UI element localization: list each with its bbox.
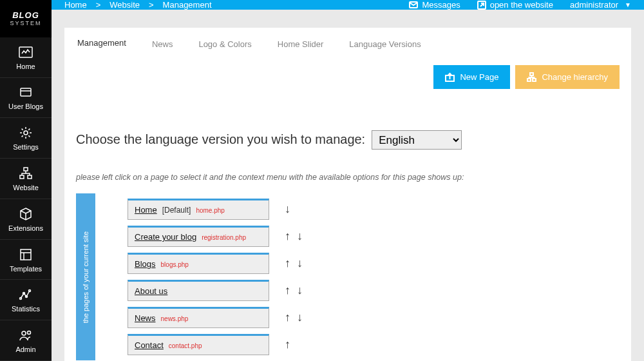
messages-label: Messages — [422, 0, 460, 10]
page-name: About us — [135, 286, 167, 296]
breadcrumb-sep: > — [149, 0, 154, 10]
new-page-button[interactable]: New Page — [433, 65, 510, 89]
move-up-arrow[interactable]: ↑ — [285, 338, 290, 351]
breadcrumb-sep: > — [96, 0, 101, 10]
move-down-arrow[interactable]: ↓ — [297, 311, 303, 324]
user-label: administrator — [570, 0, 618, 10]
panel: Management News Logo & Colors Home Slide… — [64, 28, 631, 361]
svg-rect-18 — [533, 79, 536, 81]
sidebar-label: User Blogs — [8, 102, 43, 110]
page-name: Home — [135, 205, 157, 215]
sidebar-item-website[interactable]: Website — [0, 159, 52, 199]
new-page-label: New Page — [460, 72, 498, 82]
page-name: Contact — [135, 340, 164, 350]
tabs: Management News Logo & Colors Home Slide… — [64, 28, 631, 59]
message-icon — [409, 1, 418, 10]
sidebar-label: Home — [16, 63, 35, 70]
language-select[interactable]: English — [372, 130, 462, 150]
external-link-icon — [477, 1, 486, 10]
move-up-arrow[interactable]: ↑ — [285, 229, 290, 243]
page-box[interactable]: Newsnews.php — [128, 307, 269, 328]
template-icon — [18, 247, 33, 262]
breadcrumb: Home > Website > Management — [64, 0, 212, 10]
page-row: Blogsblogs.php↑↓ — [128, 253, 303, 274]
svg-rect-4 — [20, 175, 24, 179]
page-arrows: ↑↓ — [285, 284, 303, 297]
user-menu[interactable]: administrator ▼ — [570, 0, 631, 10]
sidebar-label: Extensions — [8, 224, 43, 232]
logo: BLOG SYSTEM — [0, 0, 52, 37]
users-icon — [18, 327, 33, 343]
sidebar-item-userblogs[interactable]: User Blogs — [0, 78, 52, 119]
logo-line1: BLOG — [12, 10, 39, 20]
sitemap-icon — [18, 166, 33, 181]
breadcrumb-home[interactable]: Home — [64, 0, 87, 10]
page-box[interactable]: Contactcontact.php — [128, 334, 269, 355]
svg-point-11 — [22, 331, 26, 335]
breadcrumb-website[interactable]: Website — [109, 0, 140, 10]
move-down-arrow[interactable]: ↓ — [297, 229, 303, 243]
page-row: Home[Default]home.php↓ — [128, 199, 303, 220]
pages-vertical-label: the pages of your current site — [76, 193, 95, 360]
tab-management[interactable]: Management — [64, 28, 139, 59]
home-chart-icon — [18, 44, 33, 60]
page-file: home.php — [196, 207, 224, 214]
move-down-arrow[interactable]: ↓ — [297, 257, 303, 270]
tab-news[interactable]: News — [139, 28, 186, 59]
sidebar-item-templates[interactable]: Templates — [0, 240, 52, 280]
hint-text: please left click on a page to select it… — [76, 173, 620, 182]
topbar: Home > Website > Management Messages ope… — [52, 0, 644, 10]
page-box[interactable]: Create your blogregistration.php — [128, 226, 269, 247]
logo-line2: SYSTEM — [10, 20, 41, 26]
svg-rect-17 — [527, 79, 531, 81]
sidebar-label: Settings — [13, 143, 39, 151]
page-name: Create your blog — [135, 232, 196, 242]
page-file: registration.php — [202, 234, 246, 241]
hierarchy-icon — [527, 72, 536, 82]
svg-rect-16 — [530, 73, 533, 75]
page-name: Blogs — [135, 259, 156, 269]
page-arrows: ↑ — [285, 338, 290, 351]
chevron-down-icon: ▼ — [625, 1, 631, 8]
svg-rect-1 — [21, 88, 31, 96]
tab-logo-colors[interactable]: Logo & Colors — [185, 28, 264, 59]
change-hierarchy-button[interactable]: Change hierarchy — [515, 65, 620, 89]
cube-icon — [18, 206, 33, 222]
page-box[interactable]: About us — [128, 280, 269, 301]
svg-rect-3 — [24, 168, 28, 171]
box-icon — [18, 84, 33, 100]
tab-language-versions[interactable]: Language Versions — [336, 28, 433, 59]
sidebar-item-extensions[interactable]: Extensions — [0, 199, 52, 240]
page-file: contact.php — [169, 342, 202, 349]
move-down-arrow[interactable]: ↓ — [297, 284, 303, 297]
sidebar: BLOG SYSTEM Home User Blogs Settings Web… — [0, 0, 52, 361]
page-box[interactable]: Blogsblogs.php — [128, 253, 269, 274]
sidebar-label: Admin — [15, 346, 35, 353]
open-website-link[interactable]: open the website — [477, 0, 553, 10]
sidebar-item-statistics[interactable]: Statistics — [0, 280, 52, 320]
move-up-arrow[interactable]: ↑ — [285, 311, 290, 324]
change-hierarchy-label: Change hierarchy — [542, 72, 608, 82]
sidebar-label: Templates — [10, 265, 42, 273]
page-box[interactable]: Home[Default]home.php — [128, 199, 269, 220]
gear-icon — [18, 125, 33, 141]
upload-icon — [445, 72, 455, 82]
sidebar-label: Statistics — [12, 305, 40, 313]
open-website-label: open the website — [490, 0, 553, 10]
move-down-arrow[interactable]: ↓ — [285, 202, 290, 216]
tab-home-slider[interactable]: Home Slider — [265, 28, 337, 59]
move-up-arrow[interactable]: ↑ — [285, 284, 290, 297]
sidebar-item-settings[interactable]: Settings — [0, 118, 52, 159]
page-arrows: ↑↓ — [285, 311, 303, 324]
messages-link[interactable]: Messages — [409, 0, 460, 10]
choose-language-label: Choose the language version you wish to … — [76, 132, 365, 147]
stats-icon — [18, 287, 33, 302]
sidebar-item-admin[interactable]: Admin — [0, 320, 52, 361]
move-up-arrow[interactable]: ↑ — [285, 257, 290, 270]
breadcrumb-management[interactable]: Management — [163, 0, 212, 10]
sidebar-item-home[interactable]: Home — [0, 37, 52, 78]
svg-point-12 — [28, 331, 31, 335]
page-file: blogs.php — [161, 261, 189, 268]
page-name: News — [135, 313, 156, 323]
page-file: news.php — [161, 315, 189, 322]
